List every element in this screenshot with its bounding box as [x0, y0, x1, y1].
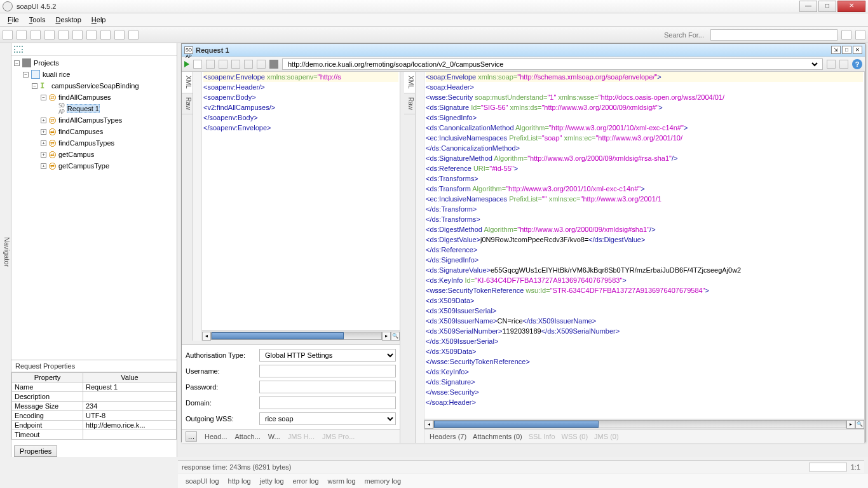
search-input[interactable]: [710, 29, 837, 41]
request-hscroll[interactable]: [211, 332, 382, 340]
find-icon[interactable]: 🔍: [391, 332, 400, 341]
log-tab[interactable]: memory log: [365, 477, 401, 485]
prop-name[interactable]: Endpoint: [12, 421, 83, 430]
toolbar-button-9[interactable]: [114, 30, 125, 40]
prop-value[interactable]: [83, 430, 176, 440]
prop-value[interactable]: UTF-8: [83, 411, 176, 421]
stop-icon[interactable]: [269, 60, 278, 69]
prop-value[interactable]: Request 1: [83, 383, 176, 392]
menu-desktop[interactable]: Desktop: [51, 15, 85, 25]
prop-name[interactable]: Encoding: [12, 411, 83, 421]
restore-icon[interactable]: ⇲: [831, 46, 841, 54]
search-options-icon[interactable]: [841, 30, 851, 40]
log-tab[interactable]: error log: [293, 477, 319, 485]
response-editor[interactable]: <soap:Envelope xmlns:soap="http://schema…: [424, 72, 864, 419]
expand-icon[interactable]: +: [41, 140, 46, 146]
response-bottom-tab[interactable]: JMS (0): [594, 433, 619, 440]
tab-wsa[interactable]: W...: [268, 433, 280, 440]
properties-tab[interactable]: Properties: [14, 445, 57, 457]
toolbar-button-3[interactable]: [31, 30, 41, 40]
request-tab-xml[interactable]: XML: [182, 72, 193, 93]
request-editor[interactable]: <soapenv:Envelope xmlns:soapenv="http://…: [202, 72, 400, 330]
tree-op-0[interactable]: findAllCampuses: [58, 93, 111, 101]
tool-icon-7[interactable]: [839, 60, 848, 69]
request-tab-raw[interactable]: Raw: [182, 93, 193, 114]
close-button[interactable]: ✕: [837, 1, 865, 12]
toolbar-button-7[interactable]: [86, 30, 97, 40]
tree-op-5[interactable]: getCampusType: [58, 162, 109, 170]
tool-icon-2[interactable]: [219, 60, 227, 69]
tree-project[interactable]: kuali rice: [43, 71, 70, 78]
log-tab[interactable]: http log: [228, 477, 251, 485]
tree-op-3[interactable]: findCampusTypes: [58, 139, 114, 147]
add-assertion-icon[interactable]: [193, 60, 202, 69]
response-bottom-tab[interactable]: SSL Info: [529, 433, 555, 440]
response-tab-raw[interactable]: Raw: [404, 93, 415, 114]
scroll-right-icon[interactable]: ▸: [382, 332, 391, 341]
expand-icon[interactable]: +: [41, 118, 46, 123]
expand-auth-icon[interactable]: …: [186, 431, 197, 442]
tab-attachments[interactable]: Attach...: [234, 433, 260, 440]
tool-icon-5[interactable]: [257, 60, 266, 69]
prop-name[interactable]: Message Size: [12, 402, 83, 411]
expand-icon[interactable]: −: [41, 95, 46, 100]
scroll-left-icon[interactable]: ◂: [424, 420, 433, 429]
response-bottom-tab[interactable]: WSS (0): [562, 433, 588, 440]
prop-name[interactable]: Name: [12, 383, 83, 392]
tool-icon-3[interactable]: [231, 60, 240, 69]
endpoint-url[interactable]: http://demo.rice.kuali.org/remoting/soap…: [285, 60, 820, 69]
menu-file[interactable]: File: [4, 15, 23, 25]
tree-binding[interactable]: campusServiceSoapBinding: [51, 82, 139, 90]
tree-toolbar-icon[interactable]: [14, 46, 23, 53]
scroll-right-icon[interactable]: ▸: [846, 420, 855, 429]
search-go-icon[interactable]: [855, 30, 865, 40]
expand-icon[interactable]: −: [32, 83, 37, 89]
tree-op-2[interactable]: findCampuses: [58, 128, 103, 135]
response-hscroll[interactable]: [433, 420, 846, 428]
expand-icon[interactable]: −: [23, 72, 29, 78]
tool-icon-4[interactable]: [244, 60, 253, 69]
expand-icon[interactable]: −: [14, 60, 20, 66]
close-icon[interactable]: ✕: [853, 46, 862, 54]
response-bottom-tab[interactable]: Headers (7): [430, 433, 466, 440]
expand-icon[interactable]: +: [41, 163, 46, 169]
toolbar-button-5[interactable]: [58, 30, 69, 40]
prop-name[interactable]: Timeout: [12, 430, 83, 440]
username-input[interactable]: [259, 365, 396, 377]
response-bottom-tab[interactable]: Attachments (0): [473, 433, 522, 440]
tree-op-1[interactable]: findAllCampusTypes: [58, 116, 122, 124]
maximize-button[interactable]: □: [818, 1, 836, 12]
expand-icon[interactable]: +: [41, 152, 46, 158]
toolbar-button-6[interactable]: [72, 30, 83, 40]
tab-headers[interactable]: Head...: [205, 433, 227, 440]
tree-op-4[interactable]: getCampus: [58, 151, 94, 158]
log-tab[interactable]: wsrm log: [328, 477, 356, 485]
find-icon[interactable]: 🔍: [855, 420, 864, 429]
outgoing-wss-select[interactable]: rice soap: [259, 412, 396, 425]
menu-tools[interactable]: Tools: [25, 15, 50, 25]
menu-help[interactable]: Help: [88, 15, 110, 25]
tree-root[interactable]: Projects: [34, 59, 59, 67]
prop-name[interactable]: Description: [12, 392, 83, 402]
tab-jms-props[interactable]: JMS Pro...: [322, 433, 355, 440]
submit-button[interactable]: [184, 61, 189, 67]
maximize-icon[interactable]: □: [842, 46, 851, 54]
toolbar-button-2[interactable]: [17, 30, 27, 40]
help-icon[interactable]: ?: [852, 59, 862, 69]
response-tab-xml[interactable]: XML: [404, 72, 415, 93]
toolbar-button-8[interactable]: [100, 30, 111, 40]
toolbar-button-10[interactable]: [128, 30, 139, 40]
project-tree[interactable]: −Projects −kuali rice −IcampusServiceSoa…: [11, 56, 177, 360]
toolbar-button-4[interactable]: [44, 30, 55, 40]
scroll-left-icon[interactable]: ◂: [202, 332, 211, 341]
expand-icon[interactable]: +: [41, 129, 46, 135]
prop-value[interactable]: http://demo.rice.k...: [83, 421, 176, 430]
log-tab[interactable]: jetty log: [260, 477, 284, 485]
domain-input[interactable]: [259, 396, 396, 409]
prop-value[interactable]: 234: [83, 402, 176, 411]
tool-icon-6[interactable]: [827, 60, 836, 69]
tab-jms-headers[interactable]: JMS H...: [288, 433, 315, 440]
tree-request[interactable]: Request 1: [67, 104, 100, 113]
password-input[interactable]: [259, 381, 396, 393]
log-tab[interactable]: soapUI log: [186, 477, 219, 485]
